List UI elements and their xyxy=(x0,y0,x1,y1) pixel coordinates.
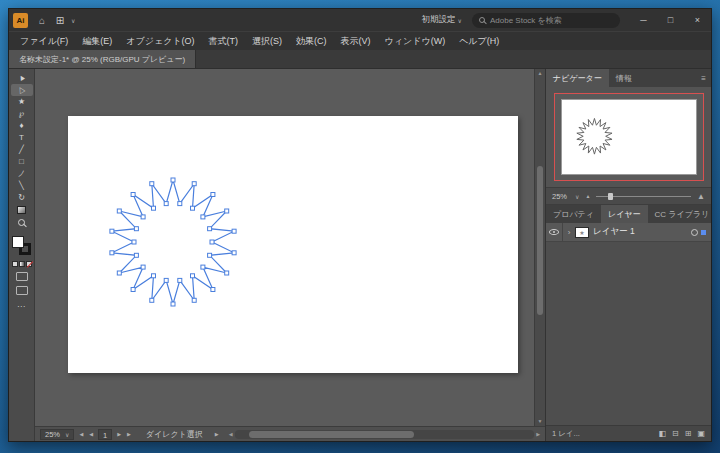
pencil-tool[interactable]: ╲ xyxy=(11,180,33,192)
home-icon[interactable]: ⌂ xyxy=(33,15,51,26)
scroll-right-icon[interactable]: ▶ xyxy=(536,431,540,437)
layer-expand-arrow[interactable]: › xyxy=(563,228,575,237)
workspace-main: ▲ △ ★ ℘ ♦ T ╱ □ ノ ╲ ↻ ⋯ xyxy=(9,69,711,441)
vertical-scroll-track[interactable] xyxy=(535,78,545,417)
artboard[interactable] xyxy=(68,116,518,373)
layer-thumbnail[interactable]: ★ xyxy=(575,227,589,238)
search-placeholder: Adobe Stock を検索 xyxy=(490,15,562,26)
horizontal-scroll-track[interactable] xyxy=(235,430,535,439)
document-tabbar: 名称未設定-1* @ 25% (RGB/GPU プレビュー) xyxy=(9,50,711,69)
layer-right-controls xyxy=(691,229,711,236)
tab-cc-libraries[interactable]: CC ライブラリ xyxy=(648,205,717,223)
first-artboard-button[interactable]: ◀ xyxy=(78,431,84,437)
vertical-scroll-thumb[interactable] xyxy=(537,166,543,315)
tab-layers[interactable]: レイヤー xyxy=(601,205,648,223)
menu-type[interactable]: 書式(T) xyxy=(202,35,246,48)
draw-mode-button[interactable] xyxy=(16,272,28,281)
direct-selection-tool[interactable]: △ xyxy=(11,84,33,96)
tab-info[interactable]: 情報 xyxy=(609,69,639,87)
eye-icon xyxy=(549,229,559,235)
menu-view[interactable]: 表示(V) xyxy=(334,35,378,48)
zoom-in-mountain-icon[interactable]: ▲ xyxy=(697,192,705,201)
navigator-proxy-view[interactable] xyxy=(554,93,704,181)
menu-edit[interactable]: 編集(E) xyxy=(75,35,119,48)
none-button[interactable] xyxy=(26,261,32,267)
make-mask-icon[interactable]: ◧ xyxy=(658,429,666,438)
search-icon xyxy=(479,17,485,23)
rotate-tool[interactable]: ↻ xyxy=(11,192,33,204)
status-flyout-icon[interactable]: ▶ xyxy=(215,431,219,437)
navigator-zoom-slider-thumb[interactable] xyxy=(608,193,613,200)
menu-effect[interactable]: 効果(C) xyxy=(289,35,334,48)
stock-search-input[interactable]: Adobe Stock を検索 xyxy=(472,13,620,28)
minimize-button[interactable]: ─ xyxy=(630,9,657,31)
selection-tool[interactable]: ▲ xyxy=(11,72,33,84)
navigator-panel-tabs: ナビゲーター 情報 ≡ xyxy=(546,69,711,87)
vertical-scrollbar[interactable]: ▲ ▼ xyxy=(534,69,545,426)
layer-row[interactable]: › ★ レイヤー 1 xyxy=(546,223,711,242)
gradient-button[interactable] xyxy=(19,261,25,267)
scroll-up-icon[interactable]: ▲ xyxy=(538,69,543,78)
menu-object[interactable]: オブジェクト(O) xyxy=(119,35,201,48)
line-segment-tool[interactable]: ╱ xyxy=(11,144,33,156)
workspace-switcher[interactable]: 初期設定 ∨ xyxy=(422,14,462,26)
screen-mode-button[interactable] xyxy=(16,286,28,295)
layers-footer: 1 レイ... ◧ ⊟ ⊞ ▣ xyxy=(546,425,711,441)
last-artboard-button[interactable]: ▶ xyxy=(126,431,132,437)
layer-name-label[interactable]: レイヤー 1 xyxy=(593,226,635,238)
menu-help[interactable]: ヘルプ(H) xyxy=(452,35,506,48)
layer-target-icon[interactable] xyxy=(691,229,698,236)
navigator-zoom-bar: 25% ∨ ▲ ▲ xyxy=(546,187,711,205)
paintbrush-tool[interactable]: ノ xyxy=(11,168,33,180)
rectangle-tool[interactable]: □ xyxy=(11,156,33,168)
navigator-thumbnail[interactable] xyxy=(561,99,697,175)
paintbrush-icon: ノ xyxy=(17,170,25,178)
magic-wand-tool[interactable]: ★ xyxy=(11,96,33,108)
tab-properties[interactable]: プロパティ xyxy=(546,205,601,223)
navigator-body xyxy=(546,87,711,187)
app-icon[interactable]: Ai xyxy=(13,13,28,28)
new-sublayer-icon[interactable]: ⊟ xyxy=(672,429,679,438)
horizontal-scrollbar[interactable]: ◀ ▶ xyxy=(229,430,540,439)
horizontal-scroll-thumb[interactable] xyxy=(249,431,414,438)
star-path[interactable] xyxy=(68,116,518,373)
pen-tool[interactable]: ♦ xyxy=(11,120,33,132)
layers-panel-tabs: プロパティ レイヤー CC ライブラリ xyxy=(546,205,711,223)
panel-menu-icon[interactable]: ≡ xyxy=(701,74,711,83)
menubar: ファイル(F) 編集(E) オブジェクト(O) 書式(T) 選択(S) 効果(C… xyxy=(9,31,711,50)
maximize-button[interactable]: □ xyxy=(657,9,684,31)
gradient-tool[interactable] xyxy=(11,204,33,216)
close-button[interactable]: × xyxy=(684,9,711,31)
canvas-area[interactable]: ▲ ▼ 25% ∨ ◀ ◀ 1 ▶ ▶ ダイレクト選択 ▶ ◀ xyxy=(35,69,545,441)
menu-window[interactable]: ウィンドウ(W) xyxy=(378,35,453,48)
edit-toolbar-button[interactable]: ⋯ xyxy=(17,302,26,311)
visibility-toggle[interactable] xyxy=(546,223,563,241)
zoom-level-dropdown[interactable]: 25% ∨ xyxy=(40,429,74,440)
zoom-tool[interactable] xyxy=(11,216,33,228)
illustrator-window: Ai ⌂ ⊞ ∨ 初期設定 ∨ Adobe Stock を検索 ─ □ × ファ… xyxy=(8,8,712,442)
color-button[interactable] xyxy=(12,261,18,267)
pencil-icon: ╲ xyxy=(19,182,24,190)
panel-dock: ナビゲーター 情報 ≡ 25% ∨ ▲ ▲ xyxy=(545,69,711,441)
arrange-documents-icon[interactable]: ⊞ xyxy=(51,15,69,26)
document-tab[interactable]: 名称未設定-1* @ 25% (RGB/GPU プレビュー) xyxy=(9,50,196,68)
artboard-number-field[interactable]: 1 xyxy=(98,429,112,440)
next-artboard-button[interactable]: ▶ xyxy=(116,431,122,437)
layers-footer-icons: ◧ ⊟ ⊞ ▣ xyxy=(658,429,705,438)
menu-select[interactable]: 選択(S) xyxy=(245,35,289,48)
new-layer-icon[interactable]: ⊞ xyxy=(685,429,692,438)
tab-navigator[interactable]: ナビゲーター xyxy=(546,69,609,87)
type-tool[interactable]: T xyxy=(11,132,33,144)
delete-layer-icon[interactable]: ▣ xyxy=(697,429,705,438)
zoom-out-mountain-icon[interactable]: ▲ xyxy=(585,193,590,199)
fill-swatch[interactable] xyxy=(12,236,24,248)
scroll-left-icon[interactable]: ◀ xyxy=(229,431,233,437)
scroll-down-icon[interactable]: ▼ xyxy=(538,417,543,426)
menu-file[interactable]: ファイル(F) xyxy=(13,35,75,48)
lasso-tool[interactable]: ℘ xyxy=(11,108,33,120)
layer-selection-indicator[interactable] xyxy=(701,230,706,235)
navigator-zoom-value[interactable]: 25% xyxy=(552,192,567,201)
previous-artboard-button[interactable]: ◀ xyxy=(88,431,94,437)
navigator-zoom-slider[interactable] xyxy=(596,196,691,197)
titlebar[interactable]: Ai ⌂ ⊞ ∨ 初期設定 ∨ Adobe Stock を検索 ─ □ × xyxy=(9,9,711,31)
